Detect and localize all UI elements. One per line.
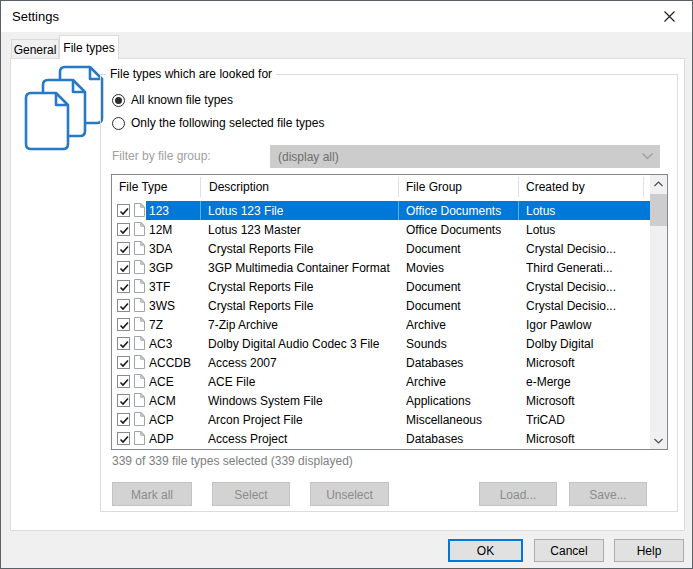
cancel-button[interactable]: Cancel	[534, 539, 604, 562]
radio-button-icon	[112, 117, 125, 130]
file-icon	[134, 412, 145, 426]
cell-file-group: Sounds	[406, 337, 516, 351]
cell-file-type: ACP	[149, 413, 174, 427]
filter-by-file-group-label: Filter by file group:	[112, 149, 211, 163]
radio-button-icon	[112, 94, 125, 107]
file-group-combobox[interactable]: (display all)	[270, 145, 660, 168]
table-row[interactable]: 12MLotus 123 MasterOffice DocumentsLotus	[112, 220, 650, 239]
row-checkbox[interactable]	[117, 375, 130, 388]
file-icon	[134, 222, 145, 236]
file-icon	[134, 298, 145, 312]
scrollbar-down-button[interactable]	[650, 432, 667, 449]
column-divider[interactable]	[200, 177, 201, 197]
table-row[interactable]: 3TFCrystal Reports FileDocumentCrystal D…	[112, 277, 650, 296]
ok-button[interactable]: OK	[448, 539, 523, 562]
checkmark-icon	[118, 243, 131, 256]
table-row[interactable]: 7Z7-Zip ArchiveArchiveIgor Pawlow	[112, 315, 650, 334]
save-button[interactable]: Save...	[569, 482, 647, 506]
table-row[interactable]: ADPAccess ProjectDatabasesMicrosoft	[112, 429, 650, 448]
row-checkbox[interactable]	[117, 394, 130, 407]
table-row[interactable]: 3WSCrystal Reports FileDocumentCrystal D…	[112, 296, 650, 315]
row-checkbox[interactable]	[117, 337, 130, 350]
table-row[interactable]: ACPArcon Project FileMiscellaneousTriCAD	[112, 410, 650, 429]
checkmark-icon	[118, 357, 131, 370]
row-checkbox[interactable]	[117, 413, 130, 426]
column-header-description[interactable]: Description	[209, 180, 269, 194]
column-divider[interactable]	[398, 177, 399, 197]
table-row[interactable]: 3DACrystal Reports FileDocumentCrystal D…	[112, 239, 650, 258]
list-header: File Type Description File Group Created…	[112, 175, 650, 200]
column-header-created-by[interactable]: Created by	[526, 180, 585, 194]
scrollbar-thumb[interactable]	[650, 194, 667, 226]
row-checkbox[interactable]	[117, 242, 130, 255]
radio-label: All known file types	[131, 93, 233, 107]
row-checkbox[interactable]	[117, 318, 130, 331]
file-icon	[134, 393, 145, 407]
close-button[interactable]	[646, 1, 692, 32]
column-header-file-group[interactable]: File Group	[406, 180, 462, 194]
cell-created-by: Microsoft	[526, 432, 648, 446]
table-row[interactable]: ACMWindows System FileApplicationsMicros…	[112, 391, 650, 410]
file-icon	[134, 203, 145, 217]
cell-file-type: 3TF	[149, 280, 170, 294]
file-icon	[134, 355, 145, 369]
list-rows: 123Lotus 123 FileOffice DocumentsLotus12…	[112, 201, 650, 449]
cell-created-by: Dolby Digital	[526, 337, 648, 351]
cell-description: ACE File	[208, 375, 394, 389]
cell-file-type: 123	[149, 204, 169, 218]
cell-file-group: Document	[406, 280, 516, 294]
scrollbar-up-button[interactable]	[650, 175, 667, 192]
file-icon	[134, 374, 145, 388]
tab-file-types[interactable]: File types	[59, 35, 119, 59]
row-checkbox[interactable]	[117, 432, 130, 445]
cell-description: Arcon Project File	[208, 413, 394, 427]
cell-file-type: ACCDB	[149, 356, 191, 370]
cell-file-type: ACM	[149, 394, 176, 408]
mark-all-button[interactable]: Mark all	[112, 482, 192, 506]
chevron-down-icon	[654, 438, 663, 444]
row-checkbox[interactable]	[117, 261, 130, 274]
radio-label: Only the following selected file types	[131, 116, 324, 130]
load-button[interactable]: Load...	[479, 482, 557, 506]
cell-file-group: Archive	[406, 375, 516, 389]
cell-file-group: Databases	[406, 432, 516, 446]
table-row[interactable]: 123Lotus 123 FileOffice DocumentsLotus	[112, 201, 650, 220]
column-divider[interactable]	[518, 177, 519, 197]
column-divider	[518, 201, 519, 220]
table-row[interactable]: ACCDBAccess 2007DatabasesMicrosoft	[112, 353, 650, 372]
column-divider[interactable]	[643, 177, 644, 197]
help-button[interactable]: Help	[614, 539, 684, 562]
radio-only-selected-file-types[interactable]: Only the following selected file types	[112, 116, 324, 130]
chevron-down-icon	[642, 153, 653, 160]
cell-created-by: Third Generati...	[526, 261, 648, 275]
checkmark-icon	[118, 205, 131, 218]
cell-file-group: Movies	[406, 261, 516, 275]
row-checkbox[interactable]	[117, 223, 130, 236]
row-checkbox[interactable]	[117, 356, 130, 369]
file-icon	[134, 241, 145, 255]
unselect-button[interactable]: Unselect	[310, 482, 389, 506]
table-row[interactable]: ACEACE FileArchivee-Merge	[112, 372, 650, 391]
file-icon	[134, 279, 145, 293]
row-checkbox[interactable]	[117, 280, 130, 293]
selection-status-text: 339 of 339 file types selected (339 disp…	[112, 454, 353, 468]
select-button[interactable]: Select	[212, 482, 290, 506]
file-icon	[134, 317, 145, 331]
cell-description: 3GP Multimedia Container Format	[208, 261, 394, 275]
row-checkbox[interactable]	[117, 204, 130, 217]
row-checkbox[interactable]	[117, 299, 130, 312]
cell-file-type: 7Z	[149, 318, 163, 332]
checkmark-icon	[118, 281, 131, 294]
cell-file-group: Miscellaneous	[406, 413, 516, 427]
table-row[interactable]: 3GP3GP Multimedia Container FormatMovies…	[112, 258, 650, 277]
radio-all-known-file-types[interactable]: All known file types	[112, 93, 233, 107]
vertical-scrollbar[interactable]	[650, 175, 667, 449]
close-icon	[664, 11, 675, 22]
tab-general[interactable]: General	[11, 39, 59, 59]
cell-file-type: 3GP	[149, 261, 173, 275]
column-divider	[398, 201, 399, 220]
column-header-file-type[interactable]: File Type	[119, 180, 167, 194]
cell-description: Lotus 123 Master	[208, 223, 394, 237]
cell-file-type: AC3	[149, 337, 172, 351]
table-row[interactable]: AC3Dolby Digital Audio Codec 3 FileSound…	[112, 334, 650, 353]
